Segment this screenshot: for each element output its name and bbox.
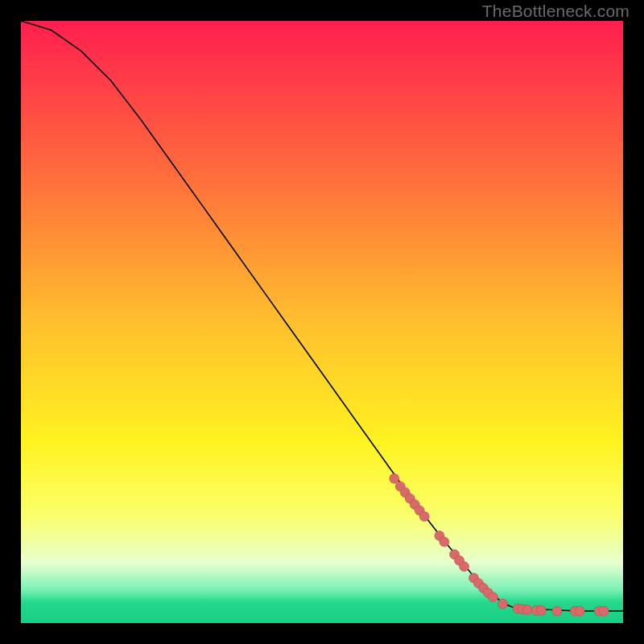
watermark-text: TheBottleneck.com: [482, 2, 630, 21]
gradient-background: [21, 21, 623, 623]
plot-area: [21, 21, 623, 623]
chart-stage: TheBottleneck.com: [0, 0, 644, 644]
